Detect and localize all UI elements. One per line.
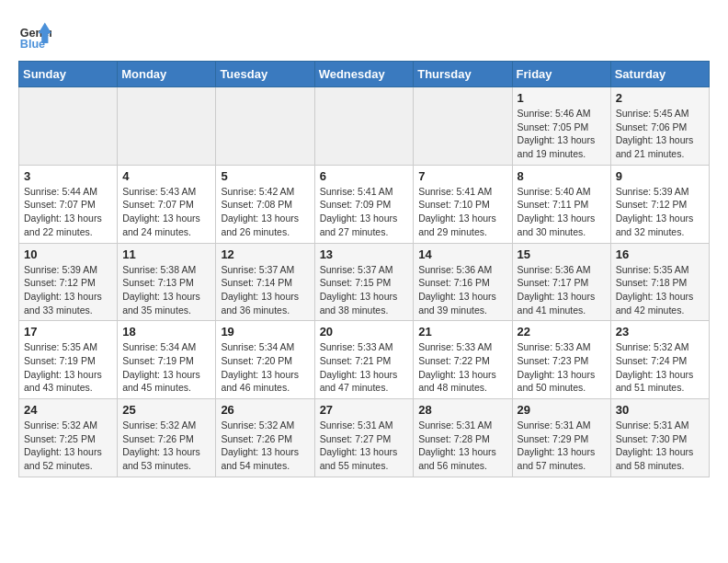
day-number: 23 xyxy=(616,325,704,339)
day-info: Sunrise: 5:35 AM Sunset: 7:18 PM Dayligh… xyxy=(616,263,704,317)
day-number: 1 xyxy=(518,91,606,105)
day-info: Sunrise: 5:32 AM Sunset: 7:25 PM Dayligh… xyxy=(24,419,112,473)
calendar-cell: 23Sunrise: 5:32 AM Sunset: 7:24 PM Dayli… xyxy=(610,321,709,399)
day-info: Sunrise: 5:32 AM Sunset: 7:26 PM Dayligh… xyxy=(122,419,210,473)
day-info: Sunrise: 5:32 AM Sunset: 7:24 PM Dayligh… xyxy=(616,340,704,395)
calendar-cell: 22Sunrise: 5:33 AM Sunset: 7:23 PM Dayli… xyxy=(512,321,610,399)
day-number: 17 xyxy=(24,325,112,339)
calendar-header: SundayMondayTuesdayWednesdayThursdayFrid… xyxy=(19,62,710,87)
logo-icon: General Blue xyxy=(18,18,51,52)
day-number: 20 xyxy=(320,325,409,339)
day-number: 6 xyxy=(320,169,409,183)
calendar-cell: 20Sunrise: 5:33 AM Sunset: 7:21 PM Dayli… xyxy=(314,321,414,399)
header: General Blue xyxy=(18,18,710,52)
weekday-header: Tuesday xyxy=(216,62,314,87)
weekday-header: Wednesday xyxy=(314,62,414,87)
day-number: 24 xyxy=(24,403,112,417)
day-number: 10 xyxy=(24,247,112,261)
calendar-cell: 3Sunrise: 5:44 AM Sunset: 7:07 PM Daylig… xyxy=(19,165,118,243)
calendar-week-row: 1Sunrise: 5:46 AM Sunset: 7:05 PM Daylig… xyxy=(19,87,710,166)
day-info: Sunrise: 5:32 AM Sunset: 7:26 PM Dayligh… xyxy=(221,419,309,473)
day-info: Sunrise: 5:31 AM Sunset: 7:29 PM Dayligh… xyxy=(518,419,606,473)
day-number: 14 xyxy=(418,247,506,261)
day-info: Sunrise: 5:39 AM Sunset: 7:12 PM Dayligh… xyxy=(24,263,112,317)
day-number: 13 xyxy=(320,247,409,261)
day-number: 27 xyxy=(320,403,409,417)
day-info: Sunrise: 5:36 AM Sunset: 7:17 PM Dayligh… xyxy=(518,263,606,317)
day-number: 29 xyxy=(518,403,606,417)
day-number: 8 xyxy=(518,169,606,183)
weekday-header: Friday xyxy=(512,62,610,87)
day-number: 3 xyxy=(24,169,112,183)
calendar-table: SundayMondayTuesdayWednesdayThursdayFrid… xyxy=(18,61,710,477)
day-number: 9 xyxy=(616,169,704,183)
day-number: 18 xyxy=(122,325,210,339)
calendar-week-row: 3Sunrise: 5:44 AM Sunset: 7:07 PM Daylig… xyxy=(19,165,710,243)
calendar-cell: 1Sunrise: 5:46 AM Sunset: 7:05 PM Daylig… xyxy=(512,87,610,166)
day-number: 15 xyxy=(518,247,606,261)
calendar-cell: 18Sunrise: 5:34 AM Sunset: 7:19 PM Dayli… xyxy=(118,321,216,399)
calendar-cell: 2Sunrise: 5:45 AM Sunset: 7:06 PM Daylig… xyxy=(610,87,709,166)
day-info: Sunrise: 5:31 AM Sunset: 7:30 PM Dayligh… xyxy=(616,419,704,473)
day-info: Sunrise: 5:44 AM Sunset: 7:07 PM Dayligh… xyxy=(24,185,112,239)
calendar-body: 1Sunrise: 5:46 AM Sunset: 7:05 PM Daylig… xyxy=(19,87,710,477)
day-number: 7 xyxy=(418,169,506,183)
day-info: Sunrise: 5:35 AM Sunset: 7:19 PM Dayligh… xyxy=(24,340,112,395)
calendar-cell: 6Sunrise: 5:41 AM Sunset: 7:09 PM Daylig… xyxy=(314,165,414,243)
calendar-cell xyxy=(118,87,216,166)
day-info: Sunrise: 5:41 AM Sunset: 7:10 PM Dayligh… xyxy=(418,185,506,239)
weekday-header: Monday xyxy=(118,62,216,87)
calendar-cell: 24Sunrise: 5:32 AM Sunset: 7:25 PM Dayli… xyxy=(19,399,118,477)
day-info: Sunrise: 5:31 AM Sunset: 7:28 PM Dayligh… xyxy=(418,419,506,473)
day-number: 25 xyxy=(122,403,210,417)
day-info: Sunrise: 5:38 AM Sunset: 7:13 PM Dayligh… xyxy=(122,263,210,317)
weekday-header: Sunday xyxy=(19,62,118,87)
weekday-header: Saturday xyxy=(610,62,709,87)
day-info: Sunrise: 5:40 AM Sunset: 7:11 PM Dayligh… xyxy=(518,185,606,239)
day-info: Sunrise: 5:31 AM Sunset: 7:27 PM Dayligh… xyxy=(320,419,409,473)
calendar-cell: 13Sunrise: 5:37 AM Sunset: 7:15 PM Dayli… xyxy=(314,243,414,321)
calendar-cell: 30Sunrise: 5:31 AM Sunset: 7:30 PM Dayli… xyxy=(610,399,709,477)
day-number: 26 xyxy=(221,403,309,417)
weekday-header: Thursday xyxy=(414,62,512,87)
day-number: 4 xyxy=(122,169,210,183)
calendar-cell: 8Sunrise: 5:40 AM Sunset: 7:11 PM Daylig… xyxy=(512,165,610,243)
day-number: 22 xyxy=(518,325,606,339)
logo: General Blue xyxy=(18,18,57,52)
day-info: Sunrise: 5:34 AM Sunset: 7:20 PM Dayligh… xyxy=(221,340,309,395)
day-info: Sunrise: 5:37 AM Sunset: 7:15 PM Dayligh… xyxy=(320,263,409,317)
calendar-cell xyxy=(19,87,118,166)
calendar-cell: 4Sunrise: 5:43 AM Sunset: 7:07 PM Daylig… xyxy=(118,165,216,243)
calendar-cell xyxy=(216,87,314,166)
day-number: 28 xyxy=(418,403,506,417)
day-number: 12 xyxy=(221,247,309,261)
day-info: Sunrise: 5:43 AM Sunset: 7:07 PM Dayligh… xyxy=(122,185,210,239)
day-info: Sunrise: 5:45 AM Sunset: 7:06 PM Dayligh… xyxy=(616,107,704,161)
day-info: Sunrise: 5:36 AM Sunset: 7:16 PM Dayligh… xyxy=(418,263,506,317)
calendar-week-row: 10Sunrise: 5:39 AM Sunset: 7:12 PM Dayli… xyxy=(19,243,710,321)
calendar-cell: 5Sunrise: 5:42 AM Sunset: 7:08 PM Daylig… xyxy=(216,165,314,243)
calendar-cell: 16Sunrise: 5:35 AM Sunset: 7:18 PM Dayli… xyxy=(610,243,709,321)
calendar-cell xyxy=(314,87,414,166)
day-info: Sunrise: 5:46 AM Sunset: 7:05 PM Dayligh… xyxy=(518,107,606,161)
calendar-week-row: 17Sunrise: 5:35 AM Sunset: 7:19 PM Dayli… xyxy=(19,321,710,399)
calendar-cell: 25Sunrise: 5:32 AM Sunset: 7:26 PM Dayli… xyxy=(118,399,216,477)
calendar-cell: 19Sunrise: 5:34 AM Sunset: 7:20 PM Dayli… xyxy=(216,321,314,399)
day-number: 11 xyxy=(122,247,210,261)
day-info: Sunrise: 5:34 AM Sunset: 7:19 PM Dayligh… xyxy=(122,340,210,395)
day-number: 21 xyxy=(418,325,506,339)
calendar-cell: 15Sunrise: 5:36 AM Sunset: 7:17 PM Dayli… xyxy=(512,243,610,321)
calendar-cell: 12Sunrise: 5:37 AM Sunset: 7:14 PM Dayli… xyxy=(216,243,314,321)
day-info: Sunrise: 5:33 AM Sunset: 7:21 PM Dayligh… xyxy=(320,340,409,395)
day-number: 30 xyxy=(616,403,704,417)
calendar-cell: 14Sunrise: 5:36 AM Sunset: 7:16 PM Dayli… xyxy=(414,243,512,321)
day-number: 2 xyxy=(616,91,704,105)
calendar-cell: 11Sunrise: 5:38 AM Sunset: 7:13 PM Dayli… xyxy=(118,243,216,321)
calendar-cell: 10Sunrise: 5:39 AM Sunset: 7:12 PM Dayli… xyxy=(19,243,118,321)
calendar-cell: 29Sunrise: 5:31 AM Sunset: 7:29 PM Dayli… xyxy=(512,399,610,477)
header-row: SundayMondayTuesdayWednesdayThursdayFrid… xyxy=(19,62,710,87)
day-info: Sunrise: 5:41 AM Sunset: 7:09 PM Dayligh… xyxy=(320,185,409,239)
day-info: Sunrise: 5:33 AM Sunset: 7:22 PM Dayligh… xyxy=(418,340,506,395)
calendar-cell: 26Sunrise: 5:32 AM Sunset: 7:26 PM Dayli… xyxy=(216,399,314,477)
day-number: 5 xyxy=(221,169,309,183)
